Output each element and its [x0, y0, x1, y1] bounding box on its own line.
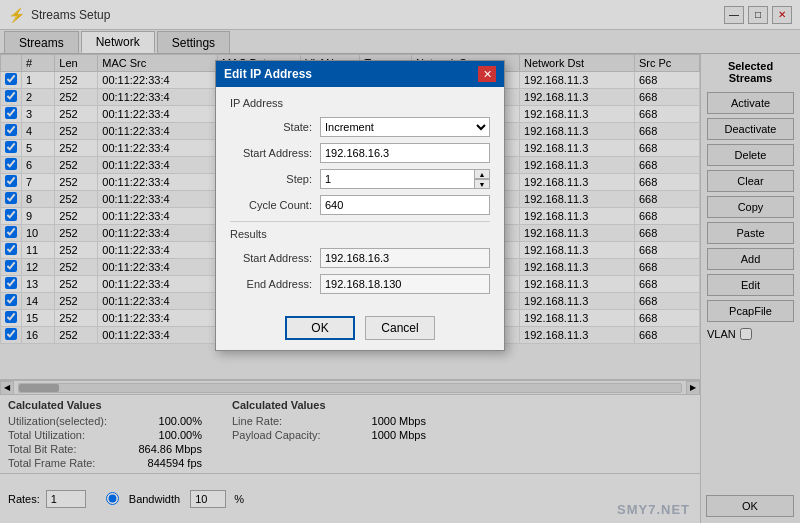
results-section-label: Results [230, 228, 490, 240]
modal-state-label: State: [230, 121, 320, 133]
modal-step-row: Step: ▲ ▼ [230, 169, 490, 189]
modal-result-start-row: Start Address: [230, 248, 490, 268]
modal-titlebar: Edit IP Address ✕ [216, 61, 504, 87]
modal-title: Edit IP Address [224, 67, 312, 81]
modal-step-buttons: ▲ ▼ [474, 169, 490, 189]
modal-result-end-row: End Address: [230, 274, 490, 294]
modal-cancel-button[interactable]: Cancel [365, 316, 435, 340]
modal-overlay: Edit IP Address ✕ IP Address State: Incr… [0, 0, 800, 523]
modal-body: IP Address State: Increment Decrement Ra… [216, 87, 504, 310]
modal-step-input[interactable] [320, 169, 474, 189]
modal-result-end-label: End Address: [230, 278, 320, 290]
modal-footer: OK Cancel [216, 310, 504, 350]
ip-address-section-label: IP Address [230, 97, 490, 109]
modal-start-address-input[interactable] [320, 143, 490, 163]
modal-state-select[interactable]: Increment Decrement Random Fixed [320, 117, 490, 137]
modal-cycle-input[interactable] [320, 195, 490, 215]
modal-result-start-label: Start Address: [230, 252, 320, 264]
edit-ip-modal: Edit IP Address ✕ IP Address State: Incr… [215, 60, 505, 351]
step-down-button[interactable]: ▼ [474, 179, 490, 189]
modal-divider [230, 221, 490, 222]
modal-start-label: Start Address: [230, 147, 320, 159]
modal-step-label: Step: [230, 173, 320, 185]
modal-close-button[interactable]: ✕ [478, 66, 496, 82]
modal-step-spinner: ▲ ▼ [320, 169, 490, 189]
modal-result-start-input[interactable] [320, 248, 490, 268]
modal-state-row: State: Increment Decrement Random Fixed [230, 117, 490, 137]
modal-ok-button[interactable]: OK [285, 316, 355, 340]
modal-result-end-input[interactable] [320, 274, 490, 294]
step-up-button[interactable]: ▲ [474, 169, 490, 179]
modal-cycle-label: Cycle Count: [230, 199, 320, 211]
modal-start-address-row: Start Address: [230, 143, 490, 163]
modal-cycle-row: Cycle Count: [230, 195, 490, 215]
